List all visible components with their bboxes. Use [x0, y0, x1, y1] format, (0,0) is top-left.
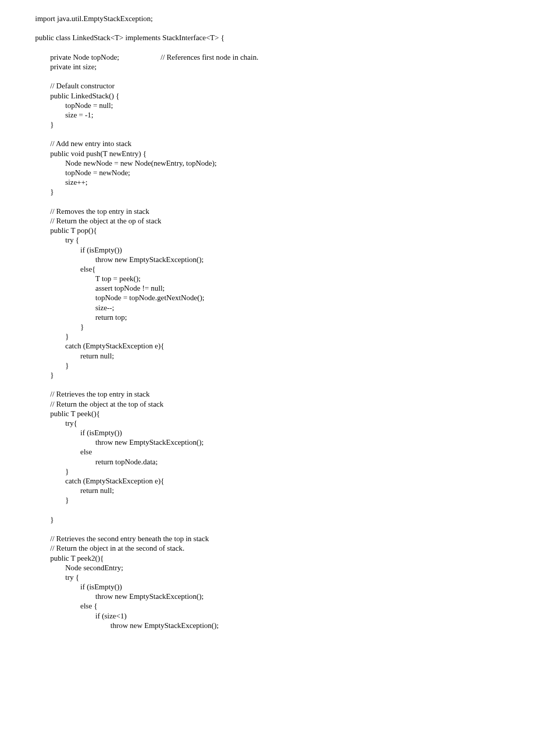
code-block: import java.util.EmptyStackException; pu… [35, 14, 523, 631]
